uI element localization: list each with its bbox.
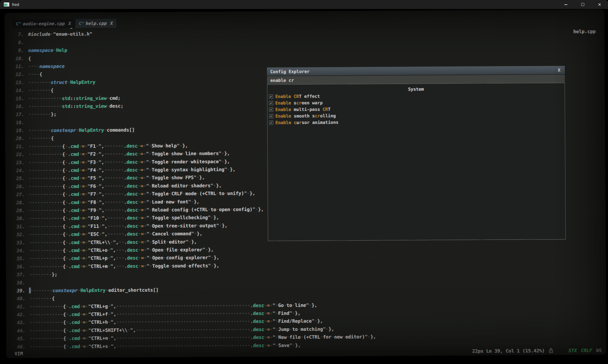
code-text: ········constexpr·HelpEntry·editor_short… <box>29 286 159 295</box>
code-text: #include·"enum-utils.h" <box>28 30 92 39</box>
status-flag: STX <box>568 348 577 353</box>
line-number: 36. <box>14 263 29 271</box>
code-text: ········constexpr·HelpEntry·commands[] <box>29 126 135 135</box>
line-number: 14. <box>13 87 28 95</box>
line-number: 16. <box>13 103 28 111</box>
code-text: ············{·.cmd·=·"ESC·",······.desc·… <box>29 230 202 239</box>
code-text: ············std::string_view·cmd; <box>28 94 121 102</box>
code-text: ········{ <box>29 295 55 303</box>
code-text: namespace·Help <box>28 46 67 54</box>
line-number: 40. <box>14 295 29 303</box>
code-text: ············{·.cmd·=·"F10·",······.desc·… <box>29 214 219 223</box>
code-text: ············{·.cmd·=·"CTRL+p·",···.desc·… <box>29 254 219 263</box>
checkbox[interactable]: ✓ <box>269 101 273 105</box>
minimize-button[interactable] <box>557 0 574 9</box>
line-number: 7. <box>12 31 28 39</box>
maximize-button[interactable] <box>574 0 591 9</box>
status-flag: WS <box>596 347 602 353</box>
line-number: 42. <box>14 311 30 319</box>
code-text: ············{·.cmd·=·"F4·",·······.desc·… <box>29 165 236 175</box>
line-number: 9. <box>12 47 28 55</box>
line-number: 15. <box>13 95 28 103</box>
config-option-label: Enable multi-pass CRT <box>275 107 330 112</box>
line-number: 12. <box>13 71 28 79</box>
code-text: ········}; <box>28 110 56 119</box>
config-explorer-popup: Config Explorer X enable cr System ✓Enab… <box>267 66 566 241</box>
line-number: 35. <box>13 255 29 263</box>
checkbox[interactable]: ✓ <box>269 95 273 99</box>
options-list: ✓Enable CRT effect✓Enable screen warp✓En… <box>267 92 565 126</box>
line-number: 8. <box>12 38 28 47</box>
cpp-file-icon: C++ <box>16 21 21 26</box>
tab-close-icon[interactable]: X <box>68 21 71 26</box>
line-number: 34. <box>13 247 29 255</box>
line-number: 44. <box>14 327 30 335</box>
code-text: ············{·.cmd·=·"F11·",······.desc·… <box>29 222 227 230</box>
line-number: 18. <box>13 119 29 127</box>
line-number: 38. <box>14 279 29 287</box>
minimize-icon <box>564 4 567 5</box>
line-number: 37. <box>14 271 29 279</box>
code-text: ············{·.cmd·=·"F5·",·······.desc·… <box>29 174 205 183</box>
line-number: 21. <box>13 143 29 151</box>
app-icon-art-side <box>8 4 9 6</box>
line-number: 23. <box>13 159 29 167</box>
window-titlebar: fred ✕ <box>0 0 608 9</box>
code-text: ········struct·HelpEntry <box>28 78 95 87</box>
app-icon-art <box>4 4 7 6</box>
code-text: ············{·.cmd·=·"CTRL+\\·",··.desc·… <box>29 238 197 247</box>
editor-screen: C++ audio-engine.cpp X C++ help.cpp X he… <box>4 10 606 358</box>
line-number: 33. <box>13 239 29 247</box>
cpp-file-icon: C++ <box>79 21 84 26</box>
popup-titlebar[interactable]: Config Explorer X <box>267 66 565 76</box>
tab-bar: C++ audio-engine.cpp X C++ help.cpp X <box>12 19 117 28</box>
line-number: 39. <box>14 287 29 295</box>
line-number: 13. <box>13 78 28 87</box>
popup-close-button[interactable]: X <box>558 67 562 72</box>
code-text: ····{ <box>28 71 42 79</box>
code-text: ····namespace <box>28 62 64 71</box>
line-number: 45. <box>14 335 30 343</box>
line-number: 25. <box>13 175 29 183</box>
line-number: 29. <box>13 207 29 215</box>
lock-icon <box>549 348 553 353</box>
config-option-label: Enable CRT effect <box>275 94 320 99</box>
tab-label: audio-engine.cpp <box>23 21 65 26</box>
tab-label: help.cpp <box>86 21 107 26</box>
status-right-group: 22px Ln 39, Col 1 (15.42%) STXCRLFWS <box>472 347 602 354</box>
line-number: 11. <box>13 63 28 71</box>
line-number: 22. <box>13 151 29 159</box>
checkbox[interactable]: ✓ <box>269 108 273 112</box>
close-button[interactable]: ✕ <box>591 0 608 9</box>
code-text: ············std::string_view·desc; <box>28 102 123 111</box>
popup-body: System ✓Enable CRT effect✓Enable screen … <box>267 83 566 241</box>
code-text: ············{·.cmd·=·"CTRL+m·",···.desc·… <box>29 262 220 271</box>
maximize-icon <box>581 3 584 6</box>
line-number: 19. <box>13 127 29 135</box>
code-text: ············{·.cmd·=·"CTRL+o·",···.desc·… <box>29 246 214 255</box>
status-position: 22px Ln 39, Col 1 (15.42%) <box>472 348 545 354</box>
code-text: ········{ <box>29 135 54 143</box>
config-option-label: Enable screen warp <box>275 100 322 106</box>
tab-audio-engine[interactable]: C++ audio-engine.cpp X <box>12 19 75 28</box>
search-text: enable cr <box>270 78 294 83</box>
line-number: 28. <box>13 199 29 207</box>
checkbox[interactable]: ✓ <box>269 120 273 125</box>
tab-help[interactable]: C++ help.cpp X <box>75 19 117 28</box>
config-option-label: Enable cursor animations <box>275 120 339 125</box>
tab-close-icon[interactable]: X <box>110 21 113 26</box>
line-number: 10. <box>12 54 28 63</box>
line-number: 17. <box>13 111 28 119</box>
window-title: fred <box>12 2 19 7</box>
config-option[interactable]: ✓Enable cursor animations <box>268 118 565 126</box>
popup-title: Config Explorer <box>270 69 310 74</box>
code-text: ············{·.cmd·=·"F3·",·······.desc·… <box>29 157 230 167</box>
line-number: 46. <box>14 343 30 351</box>
code-text: ············{·.cmd·=·"F7·",·······.desc·… <box>29 189 255 199</box>
checkbox[interactable]: ✓ <box>269 114 273 118</box>
code-text: { <box>28 54 31 62</box>
crt-bezel: C++ audio-engine.cpp X C++ help.cpp X he… <box>0 9 608 364</box>
code-text: ············{·.cmd·=·"F1·",·······.desc·… <box>29 142 188 151</box>
line-number: 24. <box>13 167 29 175</box>
line-number: 26. <box>13 183 29 191</box>
